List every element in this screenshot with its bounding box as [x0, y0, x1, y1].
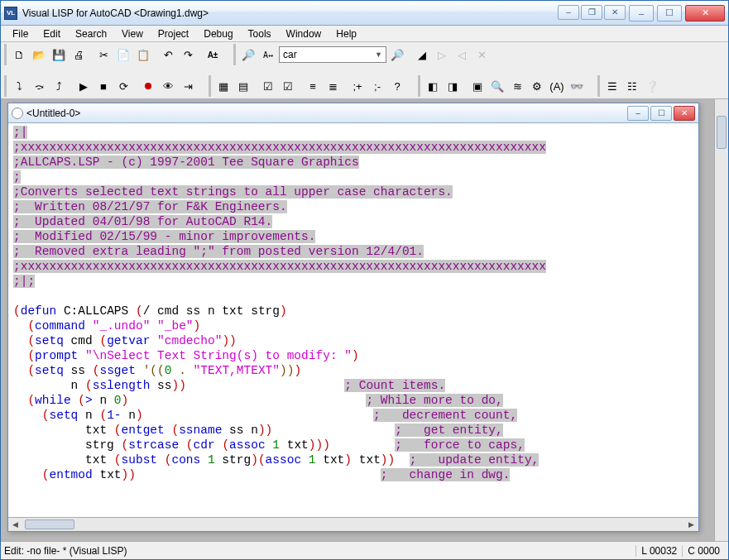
scroll-left-icon[interactable]: ◀	[8, 518, 22, 531]
kw-defun: defun	[21, 304, 57, 318]
mdi-v-scrollbar[interactable]	[714, 99, 728, 541]
menu-view[interactable]: View	[115, 26, 150, 41]
check-selection-icon[interactable]: ☑	[259, 77, 277, 95]
menu-tools[interactable]: Tools	[242, 26, 278, 41]
menu-project[interactable]: Project	[151, 26, 195, 41]
format-file-icon[interactable]: ≣	[324, 77, 342, 95]
editor-titlebar[interactable]: <Untitled-0> – ☐ ✕	[8, 103, 698, 123]
code-comment: ; get entity,	[395, 424, 503, 437]
find-icon[interactable]: 🔎	[239, 45, 257, 64]
editor-h-scroll-thumb[interactable]	[25, 519, 74, 529]
symbol-service-icon[interactable]: ⚙	[528, 77, 546, 95]
kw-prompt: prompt	[35, 349, 78, 362]
replace-icon[interactable]: A↔	[259, 45, 277, 64]
code-area[interactable]: ;| ;xxxxxxxxxxxxxxxxxxxxxxxxxxxxxxxxxxxx…	[8, 123, 698, 484]
open-file-icon[interactable]: 📂	[30, 45, 48, 64]
load-selection-icon[interactable]: ▦	[214, 77, 233, 95]
comment-icon[interactable]: ;+	[348, 77, 367, 95]
menu-edit[interactable]: Edit	[36, 26, 67, 41]
help-context-icon[interactable]: ?	[388, 77, 406, 95]
num: 1	[309, 453, 316, 467]
dropdown-icon[interactable]: ▼	[375, 50, 382, 59]
activate-autocad-icon[interactable]: ◧	[424, 77, 442, 95]
step-over-icon[interactable]: ⤼	[30, 77, 48, 95]
kw-ssget: ssget	[99, 364, 136, 377]
editor-minimize-button[interactable]: –	[627, 106, 649, 121]
code-comment: ; change in dwg.	[381, 468, 511, 481]
format-selection-icon[interactable]: ≡	[304, 77, 322, 95]
undo-icon[interactable]: ↶	[159, 45, 177, 64]
editor-body[interactable]: ;| ;xxxxxxxxxxxxxxxxxxxxxxxxxxxxxxxxxxxx…	[8, 123, 698, 517]
scroll-right-icon[interactable]: ▶	[684, 518, 698, 531]
continue-icon[interactable]: ▶	[74, 77, 93, 95]
watch-icon[interactable]: 👁	[159, 77, 177, 95]
mdi-client: <Untitled-0> – ☐ ✕ ;| ;xxxxxxxxxxxxxxxxx…	[1, 99, 728, 541]
inspect-icon[interactable]: 🔍	[488, 77, 506, 95]
print-icon[interactable]: 🖨	[70, 45, 88, 64]
save-icon[interactable]: 💾	[50, 45, 68, 64]
editor-title: <Untitled-0>	[26, 108, 627, 119]
trace-icon[interactable]: ≋	[508, 77, 526, 95]
breakpoint-icon[interactable]	[139, 77, 157, 95]
paste-icon[interactable]: 📋	[134, 45, 152, 64]
load-file-icon[interactable]: ▤	[234, 77, 252, 95]
bookmark-clear-icon[interactable]: ✕	[472, 45, 491, 64]
apropos-icon[interactable]: (A)	[548, 77, 566, 95]
menu-debug[interactable]: Debug	[197, 26, 239, 41]
titlebar[interactable]: VL Visual LISP for AutoCAD <Drawing1.dwg…	[1, 1, 728, 26]
complete-word-icon[interactable]: A±	[204, 45, 222, 64]
step-out-icon[interactable]: ⤴	[50, 77, 68, 95]
new-file-icon[interactable]: 🗋	[10, 45, 28, 64]
bookmark-prev-icon[interactable]: ◁	[453, 45, 471, 64]
menu-search[interactable]: Search	[69, 26, 113, 41]
kw-getvar: getvar	[107, 334, 150, 347]
step-into-icon[interactable]: ⤵	[10, 77, 28, 95]
misc-toolbar: ☰ ☷ ❔	[597, 75, 664, 97]
menu-help[interactable]: Help	[329, 26, 363, 41]
copy-icon[interactable]: 📄	[114, 45, 132, 64]
str: "_.undo"	[93, 319, 151, 333]
editor-maximize-button[interactable]: ☐	[650, 106, 672, 121]
cut-icon[interactable]: ✂	[94, 45, 113, 64]
code-comment: ; force to caps,	[395, 438, 525, 452]
redo-icon[interactable]: ↷	[179, 45, 197, 64]
check-file-icon[interactable]: ☑	[279, 77, 297, 95]
num: 1	[272, 438, 280, 452]
menu-file[interactable]: File	[6, 26, 35, 41]
find-toolbar-icon[interactable]: 🔎	[388, 45, 406, 64]
status-bar: Edit: -no file- * (Visual LISP) L 00032 …	[1, 541, 728, 559]
reset-icon[interactable]: ⟳	[114, 77, 132, 95]
kw-assoc: assoc	[229, 438, 266, 452]
debug-toolbar: ⤵ ⤼ ⤴ ▶ ■ ⟳ 👁 ⇥	[4, 75, 200, 97]
close-button[interactable]: ✕	[685, 5, 725, 22]
menu-window[interactable]: Window	[280, 26, 329, 41]
bookmark-toggle-icon[interactable]: ◢	[413, 45, 431, 64]
mdi-minimize-button[interactable]: –	[558, 5, 579, 20]
fn-args: / cmd ss n txt strg	[143, 304, 280, 318]
editor-h-scrollbar[interactable]: ◀ ▶	[8, 517, 698, 531]
options-icon[interactable]: ☷	[623, 77, 641, 95]
search-combo[interactable]: car ▼	[279, 46, 386, 63]
uncomment-icon[interactable]: ;-	[368, 77, 386, 95]
str: "cmdecho"	[157, 334, 222, 347]
minimize-button[interactable]: –	[629, 5, 654, 22]
editor-doc-icon	[12, 108, 23, 119]
watch-window-icon[interactable]: 👓	[568, 77, 586, 95]
help-icon[interactable]: ❔	[643, 77, 661, 95]
console-icon[interactable]: ▣	[468, 77, 487, 95]
num: 1	[208, 453, 215, 467]
str: "\nSelect Text String(s) to modify: "	[85, 349, 352, 362]
select-window-icon[interactable]: ◨	[444, 77, 462, 95]
mdi-restore-button[interactable]: ❐	[581, 5, 602, 20]
bookmark-next-icon[interactable]: ▷	[433, 45, 451, 64]
stop-icon[interactable]: ■	[94, 77, 113, 95]
title-right-group: – ❐ ✕ – ☐ ✕	[558, 5, 725, 22]
mdi-close-button[interactable]: ✕	[604, 5, 626, 20]
menubar: File Edit Search View Project Debug Tool…	[1, 26, 728, 42]
project-icon[interactable]: ☰	[603, 77, 621, 95]
last-break-icon[interactable]: ⇥	[179, 77, 197, 95]
editor-close-button[interactable]: ✕	[674, 106, 695, 121]
mdi-v-scroll-thumb[interactable]	[717, 116, 727, 149]
kw-cdr: cdr	[194, 438, 215, 452]
maximize-button[interactable]: ☐	[657, 5, 682, 22]
